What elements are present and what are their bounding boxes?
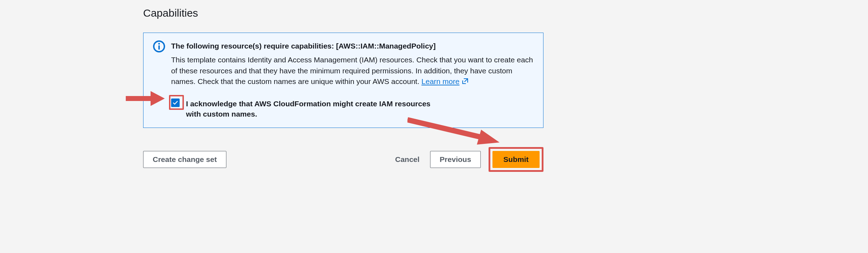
info-body-text: This template contains Identity and Acce… (171, 56, 533, 85)
info-text: The following resource(s) require capabi… (171, 40, 534, 88)
info-row: The following resource(s) require capabi… (153, 40, 534, 88)
acknowledge-label: I acknowledge that AWS CloudFormation mi… (186, 99, 441, 119)
previous-button[interactable]: Previous (430, 151, 481, 168)
section-heading: Capabilities (143, 7, 543, 19)
cancel-button[interactable]: Cancel (392, 151, 422, 167)
capabilities-section: Capabilities The following resource(s) r… (143, 7, 543, 172)
button-row: Create change set Cancel Previous Submit (143, 147, 543, 172)
learn-more-link[interactable]: Learn more (422, 77, 469, 85)
acknowledge-checkbox[interactable] (171, 99, 180, 107)
check-icon (173, 100, 178, 106)
svg-point-2 (158, 43, 160, 45)
left-buttons: Create change set (143, 151, 226, 168)
svg-rect-1 (158, 45, 160, 50)
capabilities-info-box: The following resource(s) require capabi… (143, 33, 543, 128)
learn-more-label: Learn more (422, 77, 460, 85)
acknowledge-row: I acknowledge that AWS CloudFormation mi… (153, 99, 534, 119)
info-body: This template contains Identity and Acce… (171, 55, 534, 88)
info-icon (153, 40, 165, 53)
page-root: Capabilities The following resource(s) r… (0, 0, 868, 253)
info-title: The following resource(s) require capabi… (171, 41, 534, 51)
right-buttons: Cancel Previous Submit (392, 147, 543, 172)
annotation-submit-highlight: Submit (489, 147, 543, 172)
submit-button[interactable]: Submit (492, 151, 540, 168)
create-change-set-button[interactable]: Create change set (143, 151, 226, 168)
external-link-icon (462, 77, 469, 88)
